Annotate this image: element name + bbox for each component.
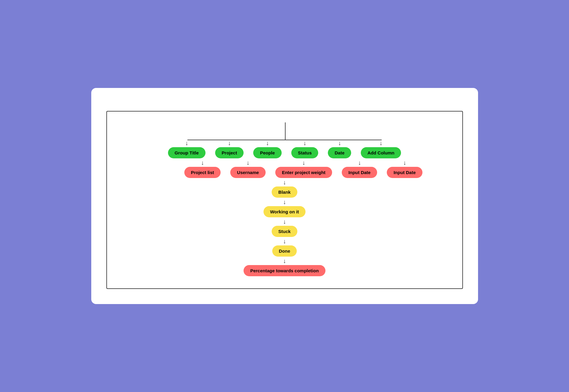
node-username: Username <box>230 167 266 178</box>
node-blank: Blank <box>272 186 297 198</box>
node-group-title: Group Title <box>168 147 205 158</box>
arrow-down: ↓ <box>303 139 306 147</box>
col-date: ↓Date <box>328 139 351 158</box>
arrow-down: ↓ <box>266 139 269 147</box>
diagram-container: ↓Group Title↓Project↓People↓Status↓Date↓… <box>106 111 463 289</box>
col-group-title: ↓Group Title <box>168 139 205 158</box>
node-people: People <box>253 147 281 158</box>
col-second-people: ↓Username <box>230 158 266 178</box>
status-chain: ↓Blank↓Working on it↓Stuck↓Done↓Percenta… <box>113 178 456 276</box>
node-stuck: Stuck <box>272 226 297 237</box>
arrow-down: ↓ <box>283 198 286 206</box>
col-second-add-column: ↓Input Date <box>387 158 422 178</box>
arrow-down: ↓ <box>185 139 188 147</box>
arrow-down: ↓ <box>358 158 361 167</box>
top-nodes-row: ↓Group Title↓Project↓People↓Status↓Date↓… <box>113 139 456 158</box>
col-second-date: ↓Input Date <box>342 158 377 178</box>
node-status: Status <box>291 147 318 158</box>
col-people: ↓People <box>253 139 281 158</box>
arrow-down: ↓ <box>283 237 286 245</box>
node-date: Date <box>328 147 351 158</box>
node-done: Done <box>272 245 297 257</box>
arrow-down: ↓ <box>338 139 341 147</box>
arrow-down: ↓ <box>403 158 406 167</box>
arrow-down: ↓ <box>302 158 305 167</box>
col-add-column: ↓Add Column <box>361 139 401 158</box>
arrow-down: ↓ <box>247 158 250 167</box>
arrow-down: ↓ <box>228 139 231 147</box>
node-add-column: Add Column <box>361 147 401 158</box>
main-card: ↓Group Title↓Project↓People↓Status↓Date↓… <box>91 88 478 304</box>
arrow-down: ↓ <box>283 257 286 265</box>
arrow-down: ↓ <box>283 178 286 186</box>
arrow-down: ↓ <box>201 158 204 167</box>
col-second-status: ↓Enter project weight <box>275 158 332 178</box>
node-enter-weight: Enter project weight <box>275 167 332 178</box>
node-project: Project <box>215 147 244 158</box>
arrow-down: ↓ <box>380 139 383 147</box>
second-nodes-row: ↓spacer↓Project list↓Username↓Enter proj… <box>113 158 456 178</box>
node-input-date-2: Input Date <box>387 167 422 178</box>
node-percentage: Percentage towards completion <box>244 265 325 276</box>
node-project-list: Project list <box>184 167 221 178</box>
col-second-project: ↓Project list <box>184 158 221 178</box>
col-project: ↓Project <box>215 139 244 158</box>
arrow-down: ↓ <box>283 217 286 226</box>
col-status: ↓Status <box>291 139 318 158</box>
node-working-on-it: Working on it <box>263 206 306 217</box>
node-input-date-1: Input Date <box>342 167 377 178</box>
